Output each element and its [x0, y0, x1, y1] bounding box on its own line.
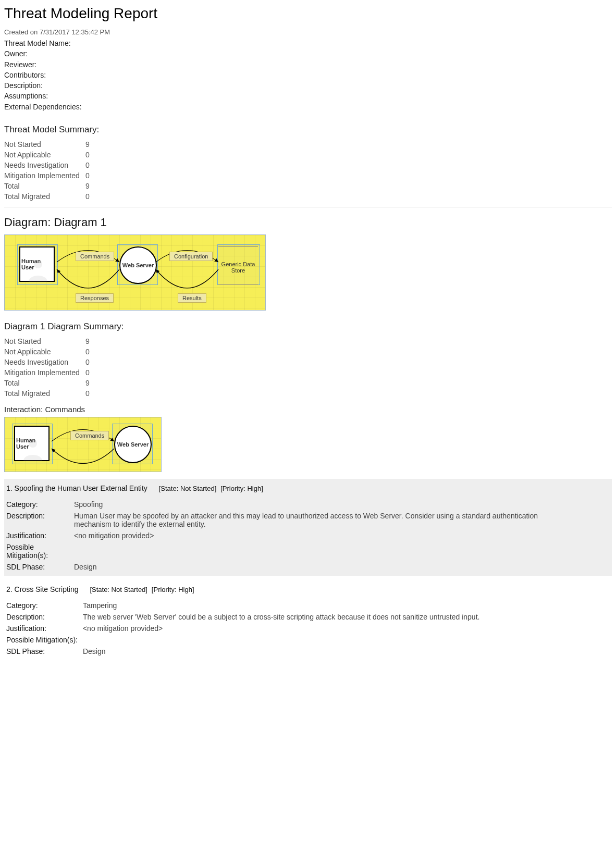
table-row: SDL Phase:Design — [6, 561, 580, 573]
created-on: Created on 7/31/2017 12:35:42 PM — [4, 28, 612, 36]
table-row: Total9 — [4, 378, 93, 388]
detail-value — [83, 634, 485, 646]
summary-label: Not Started — [4, 336, 85, 346]
threat-state: [State: Not Started] — [90, 586, 147, 593]
summary-value: 9 — [85, 336, 93, 346]
summary-value: 9 — [85, 378, 93, 388]
detail-label: SDL Phase: — [6, 646, 83, 657]
table-row: Category:Spoofing — [6, 499, 580, 510]
summary-label: Needs Investigation — [4, 357, 85, 367]
summary-value: 9 — [85, 181, 93, 191]
threat-state: [State: Not Started] — [159, 485, 217, 492]
detail-label: Description: — [6, 611, 83, 623]
detail-value: The web server 'Web Server' could be a s… — [83, 611, 485, 623]
table-row: Description:Human User may be spoofed by… — [6, 510, 580, 530]
table-row: Needs Investigation0 — [4, 357, 93, 367]
diagram-title: Diagram: Diagram 1 — [4, 216, 612, 229]
table-row: Justification:<no mitigation provided> — [6, 623, 485, 634]
table-row: Total Migrated0 — [4, 388, 93, 399]
table-row: Not Started9 — [4, 139, 93, 150]
detail-value: Design — [83, 646, 485, 657]
summary-label: Mitigation Implemented — [4, 367, 85, 378]
table-row: Total Migrated0 — [4, 191, 93, 202]
summary-label: Mitigation Implemented — [4, 170, 85, 181]
threat-block-2: 2. Cross Site Scripting [State: Not Star… — [4, 580, 612, 660]
threat-name: Cross Site Scripting — [15, 585, 79, 593]
summary-label: Not Started — [4, 139, 85, 150]
table-row: Needs Investigation0 — [4, 160, 93, 170]
meta-list: Threat Model Name: Owner: Reviewer: Cont… — [4, 38, 612, 112]
flow-label-commands: Commands — [76, 252, 114, 261]
summary-label: Total — [4, 378, 85, 388]
node-label: Human User — [21, 258, 53, 270]
threat-name: Spoofing the Human User External Entity — [15, 484, 147, 492]
threat-number: 1. — [6, 484, 13, 492]
threat-details-table: Category:Spoofing Description:Human User… — [6, 499, 580, 573]
node-label: Generic Data Store — [218, 261, 258, 274]
threat-priority: [Priority: High] — [220, 485, 263, 492]
summary-value: 0 — [85, 388, 93, 399]
meta-description-label: Description: — [4, 81, 43, 90]
threat-details-table: Category:Tampering Description:The web s… — [6, 600, 485, 657]
detail-value — [74, 541, 580, 561]
node-generic-data-store: Generic Data Store — [218, 246, 258, 285]
summary-label: Total Migrated — [4, 388, 85, 399]
meta-assumptions-label: Assumptions: — [4, 92, 48, 100]
meta-reviewer-label: Reviewer: — [4, 60, 36, 69]
flow-label-responses: Responses — [76, 293, 114, 303]
detail-value: Human User may be spoofed by an attacker… — [74, 510, 580, 530]
table-row: Justification:<no mitigation provided> — [6, 530, 580, 541]
table-row: Mitigation Implemented0 — [4, 367, 93, 378]
section-divider — [4, 207, 612, 207]
table-row: Mitigation Implemented0 — [4, 170, 93, 181]
detail-value: <no mitigation provided> — [83, 623, 485, 634]
detail-value: Tampering — [83, 600, 485, 611]
summary-label: Not Applicable — [4, 150, 85, 160]
detail-value: Design — [74, 561, 580, 573]
table-row: Not Applicable0 — [4, 346, 93, 357]
model-summary-table: Not Started9 Not Applicable0 Needs Inves… — [4, 139, 93, 202]
flow-label-results: Results — [178, 293, 206, 303]
diagram-summary-heading: Diagram 1 Diagram Summary: — [4, 321, 612, 332]
detail-value: Spoofing — [74, 499, 580, 510]
table-row: Description:The web server 'Web Server' … — [6, 611, 485, 623]
node-human-user: Human User — [14, 426, 50, 461]
detail-value: <no mitigation provided> — [74, 530, 580, 541]
meta-owner-label: Owner: — [4, 49, 28, 58]
summary-value: 0 — [85, 160, 93, 170]
detail-label: SDL Phase: — [6, 561, 74, 573]
summary-value: 0 — [85, 357, 93, 367]
detail-label: Possible Mitigation(s): — [6, 541, 74, 561]
table-row: Not Applicable0 — [4, 150, 93, 160]
table-row: Possible Mitigation(s): — [6, 634, 485, 646]
node-label: Web Server — [122, 262, 154, 268]
detail-label: Possible Mitigation(s): — [6, 634, 83, 646]
table-row: Possible Mitigation(s): — [6, 541, 580, 561]
diagram-interaction: Human User Web Server Commands — [4, 417, 162, 472]
detail-label: Category: — [6, 499, 74, 510]
summary-value: 0 — [85, 367, 93, 378]
summary-label: Total Migrated — [4, 191, 85, 202]
meta-contributors-label: Contributors: — [4, 71, 46, 79]
diagram-summary-table: Not Started9 Not Applicable0 Needs Inves… — [4, 336, 93, 399]
node-label: Web Server — [117, 441, 149, 448]
flow-label-commands: Commands — [70, 431, 109, 440]
table-row: Category:Tampering — [6, 600, 485, 611]
summary-value: 0 — [85, 346, 93, 357]
interaction-heading: Interaction: Commands — [4, 405, 612, 414]
meta-threat-model-name-label: Threat Model Name: — [4, 39, 71, 47]
threat-number: 2. — [6, 585, 13, 593]
meta-external-deps-label: External Dependencies: — [4, 103, 82, 111]
model-summary-heading: Threat Model Summary: — [4, 125, 612, 135]
detail-label: Justification: — [6, 530, 74, 541]
flow-label-configuration: Configuration — [169, 252, 213, 261]
summary-label: Total — [4, 181, 85, 191]
summary-label: Needs Investigation — [4, 160, 85, 170]
summary-value: 0 — [85, 170, 93, 181]
table-row: Not Started9 — [4, 336, 93, 346]
threat-priority: [Priority: High] — [152, 586, 194, 593]
page-title: Threat Modeling Report — [4, 5, 612, 22]
summary-label: Not Applicable — [4, 346, 85, 357]
threat-block-1: 1. Spoofing the Human User External Enti… — [4, 479, 612, 576]
summary-value: 0 — [85, 191, 93, 202]
